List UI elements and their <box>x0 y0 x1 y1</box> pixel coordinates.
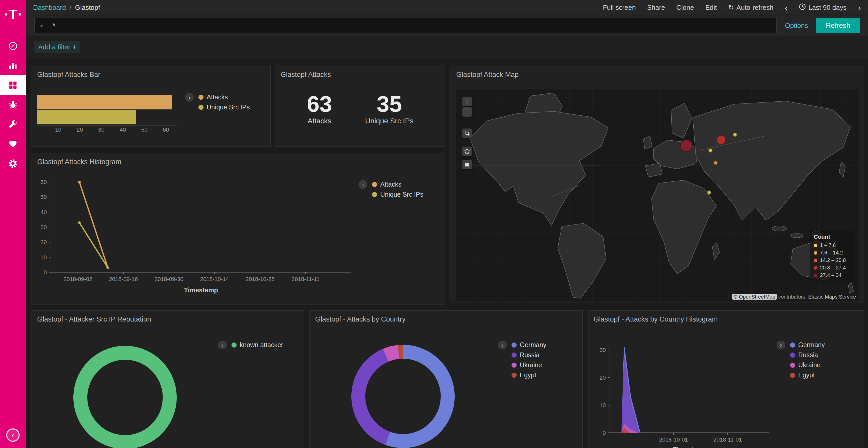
x-tick: 2018-11-11 <box>292 276 319 282</box>
query-options-link[interactable]: Options <box>785 22 808 30</box>
refresh-button[interactable]: Refresh <box>816 18 860 33</box>
t-mobile-logo[interactable]: T <box>5 1 21 28</box>
area-chart: 01020302018-10-012018-11-01 <box>588 311 864 448</box>
donut-chart-reputation[interactable] <box>73 346 177 448</box>
crop-tool-button[interactable] <box>462 129 472 138</box>
bar-attacks[interactable] <box>37 95 172 109</box>
legend-color-dot <box>790 363 795 368</box>
x-axis-ticks: 102030405060 <box>37 127 177 135</box>
donut-chart-country[interactable] <box>351 345 455 448</box>
auto-refresh-button[interactable]: ↻ Auto-refresh <box>728 4 773 12</box>
polygon-tool-button[interactable] <box>462 146 472 156</box>
x-tick: 20 <box>77 127 83 133</box>
legend-items: GermanyRussiaUkraineEgypt <box>512 341 547 379</box>
legend-expand-button[interactable]: › <box>218 341 227 349</box>
zoom-in-button[interactable]: + <box>462 97 472 106</box>
sidebar-item-timelion[interactable] <box>0 95 26 114</box>
zoom-out-button[interactable]: − <box>462 107 472 117</box>
bar-unique-src-ips[interactable] <box>37 110 136 125</box>
refresh-cycle-icon: ↻ <box>728 4 734 12</box>
sidebar-item-devtools[interactable] <box>0 114 26 134</box>
panel-title: Glastopf Attacks <box>275 66 445 79</box>
logo-dash-left <box>5 13 7 15</box>
panel-attacks-metric: Glastopf Attacks 63 Attacks 35 Unique Sr… <box>275 66 445 146</box>
attack-location-dot[interactable] <box>733 133 737 137</box>
legend-item-russia[interactable]: Russia <box>790 351 825 359</box>
topbar-action-share[interactable]: Share <box>647 4 665 12</box>
data-point[interactable] <box>78 221 81 224</box>
collapse-nav-button[interactable]: ‹ <box>6 428 20 442</box>
legend-expand-button[interactable]: › <box>777 341 785 349</box>
legend-label: Germany <box>798 341 825 349</box>
landmass-indonesia <box>772 226 786 231</box>
legend-item-egypt[interactable]: Egypt <box>790 371 825 379</box>
chevron-left-icon: ‹ <box>11 431 14 440</box>
panel-attacks-histogram: Glastopf Attacks Histogram 0102030405060… <box>32 153 445 305</box>
legend-item-germany[interactable]: Germany <box>512 341 547 349</box>
legend-item-russia[interactable]: Russia <box>512 351 547 359</box>
sidebar-item-management[interactable] <box>0 154 26 173</box>
rectangle-tool-button[interactable] <box>462 160 472 169</box>
legend-item-ukraine[interactable]: Ukraine <box>512 361 547 369</box>
legend-color-dot <box>790 352 795 358</box>
add-filter-link[interactable]: Add a filter+ <box>34 41 80 53</box>
breadcrumb-dashboard-link[interactable]: Dashboard <box>33 4 66 12</box>
heartbeat-icon <box>8 139 18 149</box>
legend-label: Attacks <box>207 94 228 101</box>
attack-location-dot[interactable] <box>680 140 692 152</box>
attack-location-dot[interactable] <box>708 148 712 152</box>
sidebar-item-dashboard[interactable] <box>0 75 26 95</box>
attack-location-dot[interactable] <box>707 191 711 195</box>
legend-color-dot <box>512 342 517 348</box>
legend-item-unique-src-ips[interactable]: Unique Src IPs <box>198 103 250 111</box>
landmass-scandinavia <box>671 103 692 138</box>
attack-location-dot[interactable] <box>717 135 726 144</box>
logo-dash-right <box>19 13 21 15</box>
legend-range-label: 27.4 – 34 <box>820 272 841 278</box>
legend-label: Ukraine <box>520 361 542 369</box>
x-tick: 60 <box>163 127 169 133</box>
legend-item-ukraine[interactable]: Ukraine <box>790 361 825 369</box>
sidebar-item-monitoring[interactable] <box>0 134 26 154</box>
compass-icon <box>8 41 18 51</box>
topbar-action-edit[interactable]: Edit <box>705 4 717 12</box>
sidebar-item-discover[interactable] <box>0 36 26 56</box>
legend-expand-button[interactable]: › <box>185 93 194 102</box>
x-tick: 2018-09-30 <box>154 276 183 282</box>
dashboard-grid-icon <box>8 80 18 90</box>
panel-src-ip-reputation: Glastopf - Attacker Src IP Reputation › … <box>32 310 304 448</box>
bar-chart-icon <box>8 60 18 71</box>
legend-color-dot <box>372 182 377 187</box>
sidebar-item-visualize[interactable] <box>0 56 26 75</box>
map-legend-title: Count <box>814 234 851 240</box>
data-point[interactable] <box>106 266 109 269</box>
legend-item-germany[interactable]: Germany <box>790 341 825 349</box>
legend-item-attacks[interactable]: Attacks <box>198 94 250 101</box>
legend-item-egypt[interactable]: Egypt <box>512 371 547 379</box>
legend-label: known attacker <box>240 341 283 349</box>
topbar: Dashboard / Glastopf Full screenShareClo… <box>26 0 868 15</box>
chart-legend: › GermanyRussiaUkraineEgypt <box>498 341 547 379</box>
legend-item-known-attacker[interactable]: known attacker <box>231 341 283 349</box>
attack-location-dot[interactable] <box>714 161 718 165</box>
legend-label: Russia <box>798 351 818 359</box>
legend-item-attacks[interactable]: Attacks <box>372 181 424 188</box>
metric-attacks: 63 Attacks <box>307 92 332 125</box>
time-forward-button[interactable]: › <box>858 3 861 12</box>
metric-unique-src-ips: 35 Unique Src IPs <box>365 92 413 125</box>
legend-range-label: 14.2 – 20.8 <box>820 257 846 263</box>
landmass-africa <box>652 180 716 274</box>
time-back-button[interactable]: ‹ <box>785 3 788 12</box>
topbar-action-clone[interactable]: Clone <box>676 4 694 12</box>
legend-expand-button[interactable]: › <box>498 341 507 349</box>
legend-color-dot <box>814 259 817 262</box>
data-point[interactable] <box>78 181 81 183</box>
topbar-action-full-screen[interactable]: Full screen <box>603 4 636 12</box>
legend-item-unique-src-ips[interactable]: Unique Src IPs <box>372 191 424 198</box>
elastic-maps-attribution-link[interactable]: Elastic Maps Service <box>808 294 856 300</box>
osm-attribution-link[interactable]: © OpenStreetMap <box>732 294 777 300</box>
search-query-input[interactable] <box>52 21 771 30</box>
legend-expand-button[interactable]: › <box>359 180 367 189</box>
map-canvas[interactable]: + − Count 1 – 7.67. <box>456 89 859 302</box>
time-range-picker[interactable]: Last 90 days <box>799 3 846 12</box>
